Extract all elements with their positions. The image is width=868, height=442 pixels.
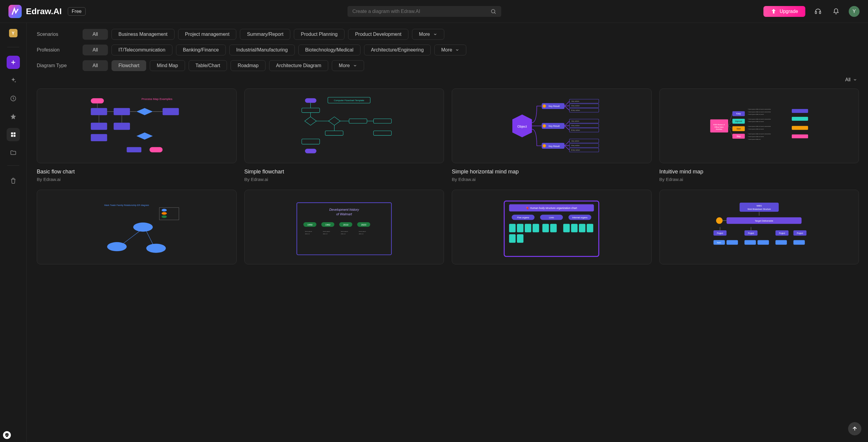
template-card: Object Key Result Key Result Key Result (452, 89, 652, 182)
svg-text:Activities: Activities (716, 128, 722, 130)
svg-rect-150 (509, 224, 516, 232)
template-thumbnail[interactable]: Object Key Result Key Result Key Result (452, 89, 652, 163)
svg-text:KISS Review of: KISS Review of (713, 124, 725, 126)
svg-text:ii.key action: ii.key action (571, 105, 580, 107)
filter-pill[interactable]: Project management (178, 29, 237, 40)
filter-row-scenarios: Scenarios All Business Management Projec… (37, 29, 859, 40)
filter-pill[interactable]: Roadmap (230, 60, 265, 71)
filter-pill[interactable]: Summary/Report (240, 29, 290, 40)
svg-rect-158 (579, 224, 586, 232)
svg-text:ii.key action: ii.key action (571, 125, 580, 127)
filter-pill[interactable]: Biotechnology/Medical (299, 44, 361, 56)
sidebar-item-templates[interactable] (7, 128, 20, 141)
security-badge-icon[interactable] (3, 431, 11, 439)
upgrade-button[interactable]: Upgrade (764, 6, 805, 17)
filter-pill-all[interactable]: All (83, 29, 108, 40)
svg-rect-181 (793, 240, 805, 244)
template-card: Process Map Examples (37, 89, 237, 182)
filter-pill[interactable]: Product Development (348, 29, 408, 40)
filter-pill[interactable]: Industrial/Manufacturing (229, 44, 295, 56)
svg-text:Object: Object (518, 124, 527, 128)
filter-pill-more[interactable]: More (434, 44, 466, 56)
workspace-avatar[interactable]: Y (9, 29, 18, 37)
header-right: Upgrade Y (764, 6, 860, 17)
filter-pill[interactable]: Product Planning (294, 29, 344, 40)
scroll-to-top-button[interactable] (848, 422, 861, 435)
sidebar-item-recent[interactable] (7, 92, 20, 105)
svg-rect-4 (11, 133, 13, 134)
template-thumbnail[interactable]: 🫀 Human body structure organization char… (452, 190, 652, 264)
filter-pill-more[interactable]: More (412, 29, 444, 40)
template-thumbnail[interactable]: KISS Review of Offline Salon Activities … (659, 89, 859, 163)
sidebar-item-favorites[interactable] (7, 110, 20, 123)
svg-marker-30 (305, 117, 316, 125)
svg-line-108 (728, 113, 733, 126)
template-thumbnail[interactable]: Development history of Walmart 1950 1962… (244, 190, 444, 264)
filter-pill[interactable]: Architecture Diagram (269, 60, 328, 71)
sidebar: Y (0, 23, 27, 442)
search-icon[interactable] (490, 8, 496, 14)
svg-rect-105 (792, 117, 808, 121)
svg-text:• lorem ipsum dolor sit amet: • lorem ipsum dolor sit amet (748, 121, 764, 122)
template-thumbnail[interactable]: Computer Flowchart Template (244, 89, 444, 163)
svg-text:Work Breakdown Structure: Work Breakdown Structure (747, 208, 771, 210)
template-thumbnail[interactable]: Process Map Examples (37, 89, 237, 163)
filter-label: Diagram Type (37, 63, 79, 68)
svg-text:ii.key action: ii.key action (571, 144, 580, 146)
svg-text:Project: Project (748, 232, 754, 235)
filter-pill-more[interactable]: More (332, 60, 364, 71)
support-icon[interactable] (812, 6, 824, 17)
filter-pill-selected[interactable]: Flowchart (112, 60, 146, 71)
template-author: By Edraw.ai (37, 177, 237, 182)
more-label: More (419, 32, 430, 37)
logo[interactable]: Edraw.AI Free (8, 5, 86, 18)
svg-text:Key Result: Key Result (549, 105, 560, 107)
filter-pill[interactable]: Table/Chart (189, 60, 227, 71)
filter-pill[interactable]: IT/Telecommunication (112, 44, 173, 56)
user-avatar[interactable]: Y (849, 6, 860, 17)
filter-row-diagram-type: Diagram Type All Flowchart Mind Map Tabl… (37, 60, 859, 71)
sidebar-item-ai[interactable] (7, 74, 20, 87)
svg-text:dolor sit: dolor sit (341, 233, 346, 235)
svg-point-53 (543, 144, 546, 147)
filter-pill[interactable]: Mind Map (150, 60, 185, 71)
chevron-down-icon (853, 78, 857, 82)
svg-text:Keep: Keep (736, 113, 741, 115)
svg-line-79 (565, 141, 569, 146)
svg-point-165 (716, 217, 723, 224)
template-thumbnail[interactable]: Mark Twain Family Relationship ER diagra… (37, 190, 237, 264)
svg-point-116 (162, 215, 167, 218)
svg-rect-17 (91, 134, 107, 141)
svg-rect-155 (550, 224, 557, 232)
svg-line-80 (565, 145, 569, 146)
svg-line-75 (565, 106, 569, 110)
notification-icon[interactable] (831, 6, 841, 17)
filter-pill-all[interactable]: All (83, 44, 108, 56)
sidebar-item-create[interactable] (7, 56, 20, 69)
filter-pill[interactable]: Banking/Finance (176, 44, 226, 56)
search-input[interactable] (352, 9, 490, 14)
svg-point-119 (147, 244, 166, 252)
svg-line-81 (565, 146, 569, 150)
sidebar-item-trash[interactable] (7, 174, 20, 187)
svg-text:Stop: Stop (737, 135, 741, 138)
svg-line-73 (565, 101, 569, 106)
template-title: Simple horizontal mind map (452, 169, 652, 175)
svg-rect-177 (727, 240, 738, 244)
filter-pill[interactable]: Architecture/Engineering (364, 44, 431, 56)
svg-rect-179 (757, 240, 769, 244)
filter-pill-all[interactable]: All (83, 60, 108, 71)
sidebar-item-folders[interactable] (7, 146, 20, 159)
svg-text:Project: Project (717, 232, 723, 235)
sort-dropdown[interactable]: All (845, 77, 857, 82)
svg-point-118 (107, 242, 127, 251)
svg-text:• lorem ipsum dolor sit amet: • lorem ipsum dolor sit amet (748, 136, 764, 137)
svg-rect-6 (11, 135, 13, 137)
template-thumbnail[interactable]: WBS Work Breakdown Structure Target Deli… (659, 190, 859, 264)
svg-line-120 (124, 231, 140, 243)
svg-text:1962: 1962 (325, 224, 330, 226)
layout: Y Scenarios All Business Manage (0, 23, 868, 442)
search-box[interactable] (347, 6, 501, 17)
svg-point-0 (491, 9, 495, 13)
filter-pill[interactable]: Business Management (112, 29, 175, 40)
